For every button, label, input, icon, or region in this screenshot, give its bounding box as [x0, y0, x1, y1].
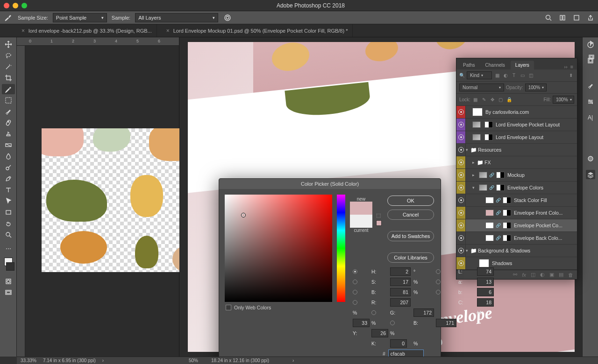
lock-artboard-icon[interactable]: ▢ — [498, 97, 504, 103]
current-color-swatch[interactable] — [350, 215, 372, 228]
rectangle-tool-icon[interactable] — [2, 207, 15, 217]
magic-wand-tool-icon[interactable] — [2, 62, 15, 72]
chevron-right-icon[interactable]: › — [102, 358, 104, 363]
close-icon[interactable] — [4, 3, 9, 8]
s-input[interactable] — [390, 278, 411, 286]
canvas-left[interactable] — [42, 128, 190, 272]
delete-layer-icon[interactable]: 🗑 — [568, 272, 573, 278]
radio-l[interactable] — [436, 269, 441, 274]
play-action-icon[interactable] — [587, 38, 596, 48]
background-swatch[interactable] — [6, 262, 14, 271]
move-tool-icon[interactable] — [2, 39, 15, 49]
b2-input[interactable] — [477, 288, 494, 296]
tab-paths[interactable]: Paths — [458, 61, 480, 70]
radio-g[interactable] — [371, 310, 376, 315]
panel-menu-icon[interactable]: ≡ — [570, 64, 573, 70]
gradient-tool-icon[interactable] — [2, 140, 15, 150]
filter-toggle-icon[interactable]: ⬍ — [568, 72, 574, 79]
dodge-tool-icon[interactable] — [2, 162, 15, 173]
doc-info-left[interactable]: 7.14 in x 6.95 in (300 ppi) — [43, 358, 96, 363]
sample-ring-icon[interactable] — [223, 13, 232, 22]
marquee-tool-icon[interactable] — [2, 95, 15, 105]
disclosure-triangle-icon[interactable]: ▾ — [472, 185, 477, 190]
filter-pixel-icon[interactable]: ▦ — [494, 72, 500, 79]
a-input[interactable] — [477, 278, 494, 286]
libraries-icon[interactable] — [587, 52, 596, 62]
radio-a[interactable] — [436, 280, 441, 284]
workspace-switcher-icon[interactable] — [572, 13, 581, 22]
search-icon[interactable] — [544, 13, 553, 22]
checkbox-icon[interactable] — [226, 305, 231, 310]
radio-r[interactable] — [353, 300, 357, 305]
blur-tool-icon[interactable] — [2, 151, 15, 161]
layer-row[interactable]: ▸🔗Mockup — [456, 169, 577, 182]
zoom-level-left[interactable]: 33.33% — [21, 358, 36, 363]
eyedropper-tool-icon[interactable] — [3, 13, 13, 23]
lock-image-icon[interactable]: ✎ — [481, 97, 487, 103]
visibility-toggle[interactable] — [456, 119, 466, 131]
close-icon[interactable]: × — [166, 28, 170, 34]
opacity-input[interactable]: 100%▾ — [525, 84, 547, 91]
swatches-panel-icon[interactable] — [586, 154, 595, 163]
layer-fx-icon[interactable]: fx — [522, 272, 526, 278]
radio-h[interactable] — [353, 269, 357, 274]
adjustments-panel-icon[interactable] — [586, 97, 595, 106]
visibility-toggle[interactable] — [456, 131, 466, 143]
layer-row[interactable]: Lord Envelope Pocket Layout — [456, 119, 577, 131]
document-tab[interactable]: × lord envelope -back212.psb @ 33.3% (De… — [17, 24, 157, 37]
color-cursor[interactable] — [241, 213, 246, 217]
chevron-right-icon[interactable]: › — [292, 358, 294, 363]
visibility-toggle[interactable] — [456, 144, 466, 156]
hue-slider[interactable] — [337, 195, 345, 302]
y-input[interactable] — [371, 329, 388, 337]
visibility-toggle[interactable] — [456, 106, 466, 118]
layer-row[interactable]: ▾🔗Envelope Colors — [456, 182, 577, 194]
brush-tool-icon[interactable] — [2, 106, 15, 117]
lock-transparent-icon[interactable]: ▦ — [472, 97, 479, 103]
r-input[interactable] — [390, 298, 411, 307]
disclosure-triangle-icon[interactable]: ▸ — [472, 160, 477, 165]
doc-info-right[interactable]: 18.24 in x 12.16 in (300 ppi) — [211, 358, 269, 363]
clone-stamp-tool-icon[interactable] — [2, 129, 15, 139]
lock-all-icon[interactable]: 🔒 — [506, 97, 513, 103]
document-tab[interactable]: × Lord Envelope Mockup 01.psd @ 50% (Env… — [162, 24, 353, 37]
zoom-tool-icon[interactable] — [2, 230, 15, 240]
character-panel-icon[interactable]: A| — [586, 113, 595, 122]
l-input[interactable] — [477, 267, 494, 276]
tab-layers[interactable]: Layers — [511, 61, 534, 70]
lock-position-icon[interactable]: ✥ — [489, 97, 496, 103]
visibility-toggle[interactable] — [456, 169, 466, 181]
hand-tool-icon[interactable] — [2, 218, 15, 229]
h-input[interactable] — [390, 267, 411, 276]
document-view-left[interactable]: 0 1 2 3 4 5 6 — [17, 37, 179, 357]
k-input[interactable] — [390, 339, 407, 348]
pen-tool-icon[interactable] — [2, 174, 15, 184]
type-tool-icon[interactable] — [2, 185, 15, 195]
layer-row[interactable]: By carlosviloria.com — [456, 106, 577, 119]
cancel-button[interactable]: Cancel — [387, 210, 434, 220]
layer-row[interactable]: ▾📁Resources — [456, 144, 577, 156]
c-input[interactable] — [477, 298, 494, 307]
layers-panel-icon[interactable] — [586, 170, 595, 179]
ok-button[interactable]: OK — [387, 196, 434, 206]
add-to-swatches-button[interactable]: Add to Swatches — [387, 231, 434, 241]
minimize-icon[interactable] — [13, 3, 18, 8]
sample-select[interactable]: All Layers ▾ — [135, 13, 218, 22]
layer-group-icon[interactable]: ▣ — [549, 272, 554, 278]
bv-input[interactable] — [436, 319, 456, 327]
link-layers-icon[interactable]: ⚯ — [513, 272, 517, 278]
radio-s[interactable] — [353, 280, 357, 284]
radio-b2[interactable] — [436, 290, 441, 294]
filter-adjust-icon[interactable]: ◐ — [502, 72, 509, 79]
edit-toolbar-icon[interactable]: ⋯ — [2, 244, 15, 254]
visibility-toggle[interactable] — [456, 182, 466, 194]
radio-b[interactable] — [353, 290, 357, 294]
share-icon[interactable] — [586, 13, 595, 22]
b-input[interactable] — [390, 288, 411, 296]
cube-icon[interactable]: ⬚ — [376, 212, 382, 218]
radio-bv[interactable] — [390, 321, 395, 325]
zoom-level-right[interactable]: 50% — [189, 358, 198, 363]
quickmask-icon[interactable] — [2, 276, 15, 287]
layer-mask-icon[interactable]: ◫ — [531, 272, 535, 278]
brush-panel-icon[interactable] — [586, 81, 595, 91]
